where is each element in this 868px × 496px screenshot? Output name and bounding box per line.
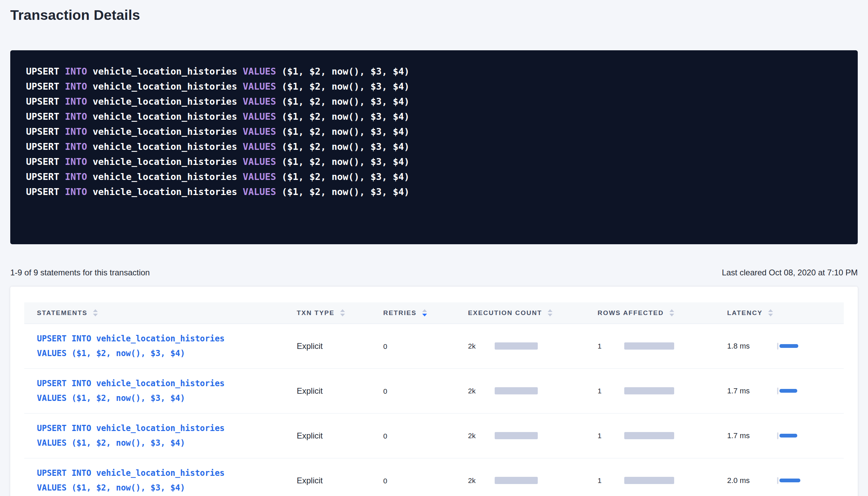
sql-text: ($1, $2, now(), $3, $4) — [282, 96, 410, 107]
column-header-execution-count[interactable]: EXECUTION COUNT — [455, 302, 585, 324]
sort-icon[interactable] — [422, 309, 427, 316]
latency-cell: 1.7 ms — [727, 431, 844, 440]
sql-text: ($1, $2, now(), $3, $4) — [282, 81, 410, 92]
sort-desc-arrow-icon[interactable] — [669, 314, 674, 316]
sql-text: UPSERT — [26, 126, 65, 137]
sort-desc-arrow-icon[interactable] — [548, 314, 552, 316]
statement-link[interactable]: UPSERT INTO vehicle_location_historiesVA… — [37, 376, 225, 406]
sql-text: vehicle_location_histories — [93, 96, 243, 107]
latency-value: 1.7 ms — [727, 431, 777, 440]
sql-statement-line: UPSERT INTO vehicle_location_histories V… — [26, 154, 842, 169]
column-header-rows-affected[interactable]: ROWS AFFECTED — [585, 302, 715, 324]
sort-desc-arrow-icon[interactable] — [340, 314, 345, 316]
sql-statement-line: UPSERT INTO vehicle_location_histories V… — [26, 64, 842, 79]
sort-icon[interactable] — [768, 309, 773, 316]
statement-line-2: VALUES ($1, $2, now(), $3, $4) — [37, 481, 225, 495]
sql-keyword: VALUES — [243, 171, 282, 182]
sort-desc-arrow-icon[interactable] — [768, 314, 773, 316]
sql-keyword: INTO — [65, 141, 93, 152]
sql-text: UPSERT — [26, 186, 65, 197]
sort-icon[interactable] — [548, 309, 552, 316]
sql-text: ($1, $2, now(), $3, $4) — [282, 186, 410, 197]
latency-cell: 2.0 ms — [727, 476, 844, 485]
sql-text: ($1, $2, now(), $3, $4) — [282, 111, 410, 122]
latency-cell: 1.8 ms — [727, 342, 844, 351]
sql-keyword: INTO — [65, 66, 93, 77]
column-label-statements: STATEMENTS — [37, 309, 88, 317]
latency-bar — [779, 344, 798, 348]
sort-asc-arrow-icon[interactable] — [548, 309, 552, 312]
statement-link[interactable]: UPSERT INTO vehicle_location_historiesVA… — [37, 331, 225, 361]
rows-affected-bar — [624, 387, 674, 394]
rows-affected-cell: 1 — [598, 432, 715, 440]
sort-asc-arrow-icon[interactable] — [669, 309, 674, 312]
rows-affected-value: 1 — [598, 432, 624, 440]
column-label-execution-count: EXECUTION COUNT — [468, 309, 542, 317]
column-header-statements[interactable]: STATEMENTS — [24, 302, 284, 324]
last-cleared-text: Last cleared Oct 08, 2020 at 7:10 PM — [722, 268, 858, 277]
sort-asc-arrow-icon[interactable] — [768, 309, 773, 312]
column-label-retries: RETRIES — [383, 309, 417, 317]
execution-count-value: 2k — [468, 342, 495, 350]
column-label-latency: LATENCY — [727, 309, 763, 317]
column-header-txn-type[interactable]: TXN TYPE — [284, 302, 371, 324]
sql-keyword: INTO — [65, 186, 93, 197]
latency-bar — [779, 479, 800, 482]
sql-text: UPSERT — [26, 171, 65, 182]
sort-icon[interactable] — [93, 309, 98, 316]
sql-keyword: INTO — [65, 96, 93, 107]
latency-bar-chart — [777, 432, 797, 439]
retries-value: 0 — [383, 432, 387, 440]
sql-keyword: VALUES — [243, 141, 282, 152]
sql-keyword: VALUES — [243, 96, 282, 107]
latency-value: 2.0 ms — [727, 476, 777, 485]
retries-value: 0 — [383, 477, 387, 485]
statement-link[interactable]: UPSERT INTO vehicle_location_historiesVA… — [37, 466, 225, 495]
sort-desc-arrow-icon[interactable] — [93, 314, 98, 316]
sql-statement-line: UPSERT INTO vehicle_location_histories V… — [26, 169, 842, 184]
sql-text: ($1, $2, now(), $3, $4) — [282, 141, 410, 152]
sql-text: vehicle_location_histories — [93, 186, 243, 197]
statement-line-2: VALUES ($1, $2, now(), $3, $4) — [37, 436, 225, 451]
sql-text: UPSERT — [26, 66, 65, 77]
execution-count-cell: 2k — [468, 387, 585, 395]
latency-cell: 1.7 ms — [727, 387, 844, 395]
sql-keyword: VALUES — [243, 156, 282, 167]
latency-value: 1.7 ms — [727, 387, 777, 395]
transaction-details-page: Transaction Details UPSERT INTO vehicle_… — [0, 7, 868, 496]
statement-row: UPSERT INTO vehicle_location_historiesVA… — [24, 368, 844, 413]
sql-text: ($1, $2, now(), $3, $4) — [282, 126, 410, 137]
rows-affected-value: 1 — [598, 342, 624, 350]
sort-asc-arrow-icon[interactable] — [422, 309, 427, 312]
latency-tick — [777, 343, 778, 350]
column-header-latency[interactable]: LATENCY — [715, 302, 844, 324]
sql-text: vehicle_location_histories — [93, 141, 243, 152]
sql-statement-line: UPSERT INTO vehicle_location_histories V… — [26, 139, 842, 154]
statements-table: STATEMENTSTXN TYPERETRIESEXECUTION COUNT… — [24, 302, 844, 496]
sort-icon[interactable] — [340, 309, 345, 316]
column-header-retries[interactable]: RETRIES — [371, 302, 455, 324]
retries-value: 0 — [383, 342, 387, 350]
latency-tick — [777, 432, 778, 439]
sort-asc-arrow-icon[interactable] — [340, 309, 345, 312]
rows-affected-cell: 1 — [598, 342, 715, 350]
sort-icon[interactable] — [669, 309, 674, 316]
sql-keyword: VALUES — [243, 111, 282, 122]
column-label-txn-type: TXN TYPE — [297, 309, 335, 317]
sql-keyword: INTO — [65, 111, 93, 122]
page-title: Transaction Details — [10, 7, 858, 23]
sort-asc-arrow-icon[interactable] — [93, 309, 98, 312]
sql-text: vehicle_location_histories — [93, 66, 243, 77]
statement-link[interactable]: UPSERT INTO vehicle_location_historiesVA… — [37, 421, 225, 451]
sql-keyword: INTO — [65, 171, 93, 182]
statements-count-text: 1-9 of 9 statements for this transaction — [10, 268, 150, 277]
latency-tick — [777, 477, 778, 484]
sql-keyword: VALUES — [243, 66, 282, 77]
sql-text: vehicle_location_histories — [93, 111, 243, 122]
sql-keyword: VALUES — [243, 126, 282, 137]
sort-desc-arrow-icon[interactable] — [422, 314, 427, 316]
sql-text: vehicle_location_histories — [93, 156, 243, 167]
txn-type-value: Explicit — [297, 341, 323, 351]
execution-count-cell: 2k — [468, 342, 585, 350]
txn-type-value: Explicit — [297, 476, 323, 485]
